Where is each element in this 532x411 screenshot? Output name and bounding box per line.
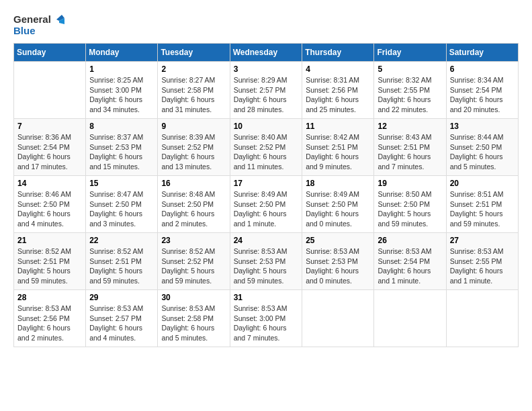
day-number: 8 (89, 122, 154, 131)
week-row-1: 1Sunrise: 8:25 AMSunset: 3:00 PMDaylight… (14, 62, 519, 119)
calendar-cell: 5Sunrise: 8:32 AMSunset: 2:55 PMDaylight… (374, 62, 446, 119)
weekday-header-friday: Friday (374, 44, 446, 62)
day-number: 28 (17, 293, 82, 302)
day-number: 23 (161, 236, 226, 245)
calendar-cell: 19Sunrise: 8:50 AMSunset: 2:50 PMDayligh… (374, 176, 446, 233)
logo-general: General (13, 13, 51, 25)
day-info: Sunrise: 8:53 AMSunset: 2:57 PMDaylight:… (89, 304, 154, 343)
calendar-cell (446, 290, 518, 347)
day-number: 1 (89, 64, 154, 74)
day-info: Sunrise: 8:43 AMSunset: 2:51 PMDaylight:… (378, 132, 442, 172)
week-row-3: 14Sunrise: 8:46 AMSunset: 2:50 PMDayligh… (14, 176, 519, 233)
day-number: 20 (450, 179, 515, 188)
day-info: Sunrise: 8:27 AMSunset: 2:58 PMDaylight:… (161, 75, 226, 115)
calendar-cell: 3Sunrise: 8:29 AMSunset: 2:57 PMDaylight… (230, 62, 302, 119)
calendar-cell: 28Sunrise: 8:53 AMSunset: 2:56 PMDayligh… (14, 290, 86, 347)
calendar-cell: 6Sunrise: 8:34 AMSunset: 2:54 PMDaylight… (446, 62, 518, 119)
logo-blue: Blue (13, 25, 36, 36)
calendar-cell: 11Sunrise: 8:42 AMSunset: 2:51 PMDayligh… (302, 119, 374, 176)
day-info: Sunrise: 8:52 AMSunset: 2:51 PMDaylight:… (89, 246, 154, 286)
calendar-cell: 24Sunrise: 8:53 AMSunset: 2:53 PMDayligh… (230, 233, 302, 290)
day-number: 5 (378, 64, 442, 74)
calendar-cell: 9Sunrise: 8:39 AMSunset: 2:52 PMDaylight… (158, 119, 230, 176)
day-number: 3 (234, 64, 299, 74)
day-info: Sunrise: 8:44 AMSunset: 2:50 PMDaylight:… (450, 132, 515, 172)
day-number: 16 (161, 179, 226, 188)
calendar-cell: 8Sunrise: 8:37 AMSunset: 2:53 PMDaylight… (86, 119, 158, 176)
day-info: Sunrise: 8:52 AMSunset: 2:51 PMDaylight:… (17, 246, 82, 286)
day-info: Sunrise: 8:49 AMSunset: 2:50 PMDaylight:… (306, 189, 370, 229)
day-info: Sunrise: 8:51 AMSunset: 2:51 PMDaylight:… (450, 189, 515, 229)
day-number: 7 (17, 122, 82, 131)
calendar-cell (374, 290, 446, 347)
calendar-cell (302, 290, 374, 347)
weekday-header-saturday: Saturday (446, 44, 518, 62)
calendar-cell: 15Sunrise: 8:47 AMSunset: 2:50 PMDayligh… (86, 176, 158, 233)
calendar-cell: 31Sunrise: 8:53 AMSunset: 3:00 PMDayligh… (230, 290, 302, 347)
day-number: 31 (234, 293, 299, 302)
calendar-cell: 12Sunrise: 8:43 AMSunset: 2:51 PMDayligh… (374, 119, 446, 176)
day-info: Sunrise: 8:53 AMSunset: 2:53 PMDaylight:… (306, 246, 370, 286)
calendar-cell: 10Sunrise: 8:40 AMSunset: 2:52 PMDayligh… (230, 119, 302, 176)
day-number: 12 (378, 122, 442, 131)
day-info: Sunrise: 8:53 AMSunset: 2:58 PMDaylight:… (161, 304, 226, 343)
day-info: Sunrise: 8:32 AMSunset: 2:55 PMDaylight:… (378, 75, 442, 115)
calendar-cell: 23Sunrise: 8:52 AMSunset: 2:52 PMDayligh… (158, 233, 230, 290)
day-info: Sunrise: 8:36 AMSunset: 2:54 PMDaylight:… (17, 132, 82, 172)
weekday-header-monday: Monday (86, 44, 158, 62)
logo: General Blue (13, 13, 64, 36)
day-number: 13 (450, 122, 515, 131)
day-info: Sunrise: 8:25 AMSunset: 3:00 PMDaylight:… (89, 75, 154, 115)
weekday-header-row: SundayMondayTuesdayWednesdayThursdayFrid… (14, 44, 519, 62)
calendar-cell: 2Sunrise: 8:27 AMSunset: 2:58 PMDaylight… (158, 62, 230, 119)
calendar-cell: 17Sunrise: 8:49 AMSunset: 2:50 PMDayligh… (230, 176, 302, 233)
day-number: 10 (234, 122, 299, 131)
calendar-cell: 29Sunrise: 8:53 AMSunset: 2:57 PMDayligh… (86, 290, 158, 347)
day-number: 4 (306, 64, 370, 74)
calendar-table: SundayMondayTuesdayWednesdayThursdayFrid… (13, 43, 519, 347)
weekday-header-tuesday: Tuesday (158, 44, 230, 62)
calendar-cell: 26Sunrise: 8:53 AMSunset: 2:54 PMDayligh… (374, 233, 446, 290)
day-number: 21 (17, 236, 82, 245)
day-number: 30 (161, 293, 226, 302)
calendar-cell: 1Sunrise: 8:25 AMSunset: 3:00 PMDaylight… (86, 62, 158, 119)
calendar-cell: 16Sunrise: 8:48 AMSunset: 2:50 PMDayligh… (158, 176, 230, 233)
day-number: 26 (378, 236, 442, 245)
calendar-cell: 18Sunrise: 8:49 AMSunset: 2:50 PMDayligh… (302, 176, 374, 233)
day-number: 2 (161, 64, 226, 74)
day-number: 27 (450, 236, 515, 245)
calendar-cell: 13Sunrise: 8:44 AMSunset: 2:50 PMDayligh… (446, 119, 518, 176)
day-number: 9 (161, 122, 226, 131)
day-info: Sunrise: 8:53 AMSunset: 2:53 PMDaylight:… (234, 246, 299, 286)
day-info: Sunrise: 8:31 AMSunset: 2:56 PMDaylight:… (306, 75, 370, 115)
day-number: 18 (306, 179, 370, 188)
day-info: Sunrise: 8:34 AMSunset: 2:54 PMDaylight:… (450, 75, 515, 115)
day-info: Sunrise: 8:49 AMSunset: 2:50 PMDaylight:… (234, 189, 299, 229)
weekday-header-thursday: Thursday (302, 44, 374, 62)
day-info: Sunrise: 8:42 AMSunset: 2:51 PMDaylight:… (306, 132, 370, 172)
calendar-cell: 27Sunrise: 8:53 AMSunset: 2:55 PMDayligh… (446, 233, 518, 290)
day-number: 22 (89, 236, 154, 245)
week-row-4: 21Sunrise: 8:52 AMSunset: 2:51 PMDayligh… (14, 233, 519, 290)
day-number: 25 (306, 236, 370, 245)
day-info: Sunrise: 8:53 AMSunset: 2:55 PMDaylight:… (450, 246, 515, 286)
week-row-2: 7Sunrise: 8:36 AMSunset: 2:54 PMDaylight… (14, 119, 519, 176)
day-number: 19 (378, 179, 442, 188)
day-info: Sunrise: 8:50 AMSunset: 2:50 PMDaylight:… (378, 189, 442, 229)
day-info: Sunrise: 8:53 AMSunset: 3:00 PMDaylight:… (234, 304, 299, 343)
weekday-header-wednesday: Wednesday (230, 44, 302, 62)
calendar-cell: 20Sunrise: 8:51 AMSunset: 2:51 PMDayligh… (446, 176, 518, 233)
day-number: 11 (306, 122, 370, 131)
day-info: Sunrise: 8:40 AMSunset: 2:52 PMDaylight:… (234, 132, 299, 172)
calendar-cell: 14Sunrise: 8:46 AMSunset: 2:50 PMDayligh… (14, 176, 86, 233)
day-info: Sunrise: 8:53 AMSunset: 2:56 PMDaylight:… (17, 304, 82, 343)
day-number: 29 (89, 293, 154, 302)
day-number: 6 (450, 64, 515, 74)
day-number: 15 (89, 179, 154, 188)
day-info: Sunrise: 8:48 AMSunset: 2:50 PMDaylight:… (161, 189, 226, 229)
calendar-cell: 4Sunrise: 8:31 AMSunset: 2:56 PMDaylight… (302, 62, 374, 119)
calendar-cell: 22Sunrise: 8:52 AMSunset: 2:51 PMDayligh… (86, 233, 158, 290)
day-number: 17 (234, 179, 299, 188)
week-row-5: 28Sunrise: 8:53 AMSunset: 2:56 PMDayligh… (14, 290, 519, 347)
day-number: 24 (234, 236, 299, 245)
